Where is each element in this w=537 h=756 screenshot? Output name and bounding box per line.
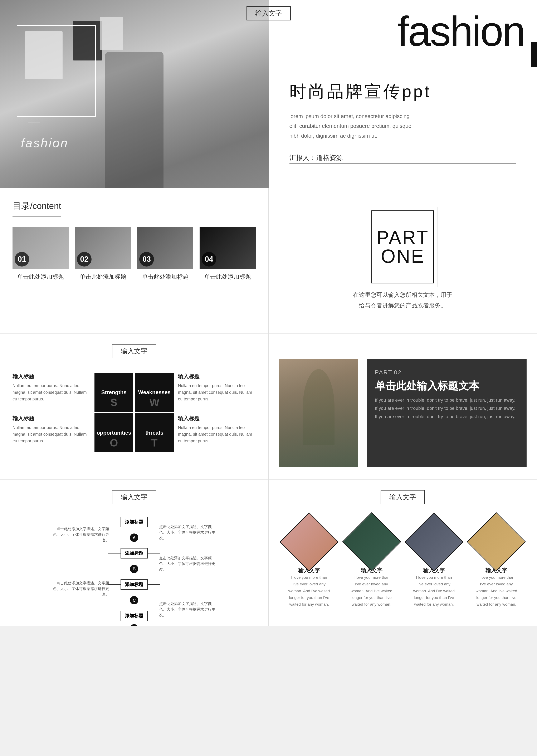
swot-cell-o-letter: O: [110, 437, 118, 449]
swot-cell-w-letter: W: [149, 397, 159, 408]
part02-title-box: 输入文字: [246, 6, 291, 21]
slide-swot: 输入文字 输入标题 Nullam eu tempor purus. Nunc a…: [0, 334, 268, 480]
diamond-body-1: I love you more than I've ever loved any…: [288, 574, 330, 608]
toc-img-3: 03: [137, 227, 193, 269]
toc-badge-3: 03: [139, 252, 154, 267]
part-one-rectangle: PART ONE: [371, 210, 434, 283]
swot-right-col: 输入标题 Nullam eu tempor purus. Nunc a leo …: [178, 373, 256, 444]
flow-badge-d[interactable]: 添加标题: [121, 610, 148, 621]
flow-badge-b[interactable]: 添加标题: [121, 548, 148, 559]
swot-left-item-2: 输入标题 Nullam eu tempor purus. Nunc a leo …: [13, 415, 90, 444]
swot-container: 输入标题 Nullam eu tempor purus. Nunc a leo …: [13, 373, 256, 452]
toc-badge-2: 02: [77, 252, 92, 267]
swot-left-title-2: 输入标题: [13, 415, 90, 422]
diamond-wrapper-1: [280, 512, 339, 571]
diamond-item-1: 输入文字 I love you more than I've ever love…: [281, 521, 337, 608]
swot-cell-s: Strengths S: [95, 373, 133, 412]
flow-circle-d: D: [130, 624, 138, 626]
hero-right-panel: fashion 时尚品牌宣传ppt lorem ipsum dolor sit …: [268, 0, 537, 188]
slide-toc: 目录/content 01 单击此处添加标题 02 单击此处添加标题 03 单击…: [0, 188, 268, 334]
hero-fashion-title: fashion: [397, 13, 524, 50]
swot-cell-s-letter: S: [110, 397, 117, 408]
swot-cell-o: opportunities O: [95, 413, 133, 452]
swot-right-item-1: 输入标题 Nullam eu tempor purus. Nunc a leo …: [178, 373, 256, 402]
part02-image: [279, 359, 358, 467]
diamond-wrapper-4: [467, 512, 526, 571]
flow-circle-a: A: [130, 533, 138, 542]
swot-right-title-2: 输入标题: [178, 415, 256, 422]
diamond-img-1: [280, 512, 339, 571]
slide-part02: 输入文字 PART.02 单击此处输入标题文本 If you are ever …: [268, 334, 537, 480]
toc-label-2: 单击此处添加标题: [75, 273, 131, 281]
part-one-subtitle: 在这里您可以输入您所相关文本，用于给与会者讲解您的产品或者服务。: [351, 290, 455, 311]
flow-right-text-d: 点击此处添加文字描述。文字颜色、大小、字体可根据需求进行更改。: [159, 601, 218, 618]
swot-left-title-1: 输入标题: [13, 373, 90, 380]
toc-items: 01 单击此处添加标题 02 单击此处添加标题 03 单击此处添加标题 04: [13, 227, 256, 281]
slide-flow: 输入文字 点击此处添加文字描述。文字颜色、大小、字体可根据需求进行更改。 点击此…: [0, 480, 268, 626]
toc-badge-4: 04: [202, 252, 216, 267]
swot-left-item-1: 输入标题 Nullam eu tempor purus. Nunc a leo …: [13, 373, 90, 402]
swot-grid: Strengths S Weaknesses W opportunities O…: [95, 373, 174, 452]
swot-right-body-1: Nullam eu tempor purus. Nunc a leo magna…: [178, 382, 256, 402]
swot-cell-w-label: Weaknesses: [138, 389, 171, 396]
toc-item-4[interactable]: 04 单击此处添加标题: [200, 227, 256, 281]
diamond-body-4: I love you more than I've ever loved any…: [475, 574, 517, 608]
flow-circle-b: B: [130, 565, 138, 573]
hero-reporter: 汇报人：道格资源: [289, 153, 516, 164]
diamond-body-2: I love you more than I've ever loved any…: [351, 574, 392, 608]
diamonds-row: 输入文字 I love you more than I've ever love…: [281, 521, 525, 608]
part-one-title: PART ONE: [372, 228, 434, 266]
flow-right-text-a: 点击此处添加文字描述。文字颜色、大小、字体可根据需求进行更改。: [159, 524, 218, 541]
diamond-item-3: 输入文字 I love you more than I've ever love…: [406, 521, 462, 608]
toc-badge-1: 01: [15, 252, 29, 267]
part02-title: 单击此处输入标题文本: [375, 379, 518, 393]
part02-body: If you are ever in trouble, don't try to…: [375, 396, 518, 421]
hero-subtitle: lorem ipsum dolor sit amet, consectetur …: [289, 111, 415, 141]
flow-title: 输入文字: [112, 490, 156, 504]
diamond-wrapper-2: [342, 512, 401, 571]
flow-left-text-a: 点击此处添加文字描述。文字颜色、大小、字体可根据需求进行更改。: [51, 526, 109, 543]
hero-chinese-title: 时尚品牌宣传ppt: [289, 78, 516, 103]
flow-circle-c: C: [130, 596, 138, 605]
toc-item-2[interactable]: 02 单击此处添加标题: [75, 227, 131, 281]
diamond-item-4: 输入文字 I love you more than I've ever love…: [469, 521, 524, 608]
swot-right-title-1: 输入标题: [178, 373, 256, 380]
accent-bar: [531, 42, 537, 67]
hero-left-panel: fashion: [0, 0, 268, 188]
swot-cell-w: Weaknesses W: [135, 373, 174, 412]
diamonds-title: 输入文字: [381, 490, 425, 504]
page-container: fashion fashion 时尚品牌宣传ppt lorem ipsum do…: [0, 0, 537, 626]
toc-label-3: 单击此处添加标题: [137, 273, 193, 281]
toc-label-4: 单击此处添加标题: [200, 273, 256, 281]
swot-cell-t: threats T: [135, 413, 174, 452]
swot-cell-s-label: Strengths: [102, 389, 127, 396]
slide-part-one: PART ONE 在这里您可以输入您所相关文本，用于给与会者讲解您的产品或者服务…: [268, 188, 537, 334]
part02-label: PART.02: [375, 369, 518, 376]
toc-item-1[interactable]: 01 单击此处添加标题: [13, 227, 68, 281]
diamond-img-2: [342, 512, 401, 571]
toc-img-1: 01: [13, 227, 68, 269]
hero-fashion-overlay: fashion: [21, 136, 68, 150]
slide-diamonds: 输入文字 输入文字 I love you more than I've ever…: [268, 480, 537, 626]
flow-right-text-b: 点击此处添加文字描述。文字颜色、大小、字体可根据需求进行更改。: [159, 555, 218, 572]
swot-cell-o-label: opportunities: [97, 430, 131, 436]
flow-badge-c[interactable]: 添加标题: [121, 579, 148, 590]
toc-img-2: 02: [75, 227, 131, 269]
flow-left-text-c: 点击此处添加文字描述。文字颜色、大小、字体可根据需求进行更改。: [51, 580, 109, 597]
toc-item-3[interactable]: 03 单击此处添加标题: [137, 227, 193, 281]
flow-badge-a[interactable]: 添加标题: [121, 517, 148, 527]
swot-left-col: 输入标题 Nullam eu tempor purus. Nunc a leo …: [13, 373, 90, 444]
swot-right-body-2: Nullam eu tempor purus. Nunc a leo magna…: [178, 424, 256, 444]
swot-left-body-1: Nullam eu tempor purus. Nunc a leo magna…: [13, 382, 90, 402]
part-one-content: PART ONE 在这里您可以输入您所相关文本，用于给与会者讲解您的产品或者服务…: [351, 210, 455, 311]
diamond-img-4: [467, 512, 526, 571]
toc-title: 目录/content: [13, 200, 61, 217]
hero-white-rectangle: [17, 25, 96, 117]
toc-label-1: 单击此处添加标题: [13, 273, 68, 281]
swot-title: 输入文字: [112, 344, 156, 358]
diamond-wrapper-3: [405, 512, 464, 571]
toc-img-4: 04: [200, 227, 256, 269]
diamond-item-2: 输入文字 I love you more than I've ever love…: [344, 521, 399, 608]
swot-cell-t-label: threats: [145, 430, 163, 436]
swot-left-body-2: Nullam eu tempor purus. Nunc a leo magna…: [13, 424, 90, 444]
